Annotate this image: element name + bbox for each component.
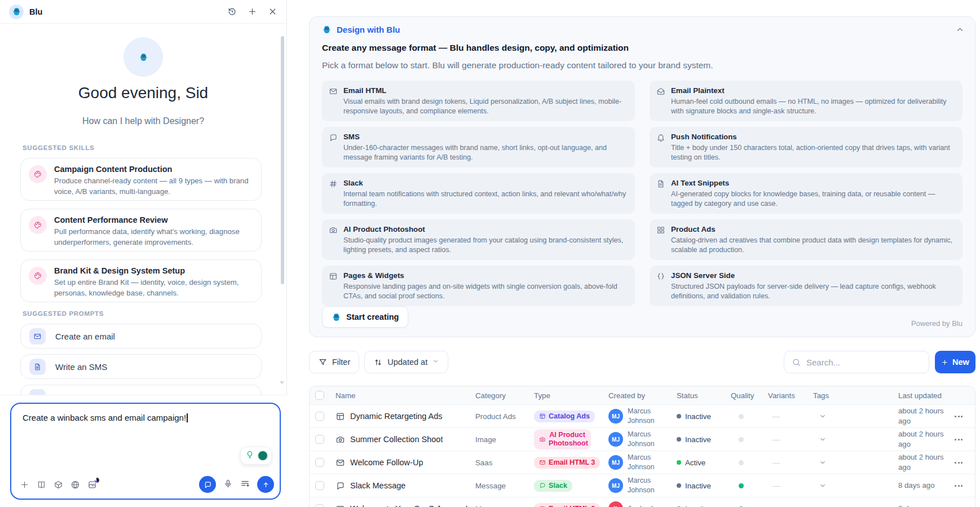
column-type[interactable]: Type: [534, 391, 608, 400]
scrollbar-thumb[interactable]: [281, 36, 284, 284]
sort-arrows-icon: [373, 358, 383, 367]
type-badge[interactable]: Slack: [534, 480, 572, 492]
table-row[interactable]: Welcome to Your SaaS Journey! Message Em…: [310, 497, 975, 507]
row-checkbox[interactable]: [315, 412, 324, 421]
format-tile-slack[interactable]: Slack Internal team notifications with s…: [322, 173, 635, 214]
send-button[interactable]: [257, 476, 274, 493]
media-button[interactable]: [87, 480, 97, 490]
knowledge-button[interactable]: [37, 480, 46, 490]
table-row[interactable]: Welcome Follow-Up Saas Email HTML 3 MJMa…: [310, 451, 975, 474]
powered-by-label: Powered by Blu: [911, 319, 963, 328]
format-tile-ai-text-snippets[interactable]: AI Text Snippets AI-generated copy block…: [650, 173, 963, 214]
status-dot: [677, 483, 681, 488]
collapse-button[interactable]: [955, 25, 965, 37]
format-tile-ai-product-photoshoot[interactable]: AI Product Photoshoot Studio-quality pro…: [322, 219, 635, 260]
type-badge[interactable]: Catalog Ads: [534, 411, 595, 422]
prompt-card-partial[interactable]: [20, 385, 262, 395]
chevron-down-icon: [432, 358, 439, 367]
row-name[interactable]: Dynamic Retargeting Ads: [350, 412, 443, 421]
skill-card-brand-kit[interactable]: Brand Kit & Design System Setup Set up e…: [20, 259, 262, 302]
products-button[interactable]: [54, 480, 63, 490]
tags-expander[interactable]: [813, 435, 898, 443]
history-button[interactable]: [227, 7, 237, 16]
filter-button[interactable]: Filter: [309, 351, 359, 373]
column-status[interactable]: Status: [677, 391, 731, 400]
select-all-checkbox[interactable]: [315, 391, 324, 400]
web-button[interactable]: [70, 480, 80, 490]
format-tile-email-html[interactable]: Email HTML Visual emails with brand desi…: [322, 81, 635, 121]
row-name[interactable]: Welcome Follow-Up: [350, 458, 423, 467]
skill-card-performance-review[interactable]: Content Performance Review Pull performa…: [20, 209, 262, 252]
format-tile-pages-widgets[interactable]: Pages & Widgets Responsive landing pages…: [322, 266, 635, 306]
format-tile-product-ads[interactable]: Product Ads Catalog-driven ad creatives …: [650, 219, 963, 260]
format-tile-json-server-side[interactable]: JSON Server Side Structured JSON payload…: [650, 266, 963, 306]
table-header: Name Category Type Created by Status Qua…: [310, 386, 975, 404]
search-input[interactable]: [806, 358, 921, 367]
composer-box[interactable]: Create a winback sms and email campaign!: [10, 403, 281, 500]
close-button[interactable]: [268, 7, 277, 16]
email-icon: [329, 87, 338, 116]
row-name[interactable]: Welcome to Your SaaS Journey!: [350, 504, 468, 507]
last-updated: 8 days ago: [898, 504, 953, 507]
skill-card-campaign-content[interactable]: Campaign Content Production Produce chan…: [20, 158, 262, 201]
row-checkbox[interactable]: [315, 481, 324, 490]
row-category: Image: [475, 435, 534, 444]
last-updated: 8 days ago: [898, 480, 953, 491]
row-name[interactable]: Slack Message: [350, 481, 405, 490]
chat-bubble-icon: [539, 482, 546, 489]
table-row[interactable]: Slack Message Message Slack MJMarcus Joh…: [310, 474, 975, 497]
prompt-write-sms[interactable]: Write an SMS: [20, 354, 262, 379]
suggestion-pill[interactable]: [240, 447, 272, 465]
more-button[interactable]: [953, 413, 975, 420]
prompt-create-email[interactable]: Create an email: [20, 324, 262, 349]
column-tags[interactable]: Tags: [813, 391, 898, 400]
search-box[interactable]: [784, 351, 929, 373]
chat-panel-header: Blu: [0, 0, 286, 24]
more-button[interactable]: [953, 460, 975, 466]
tags-expander[interactable]: [813, 412, 898, 420]
column-quality[interactable]: Quality: [731, 391, 768, 400]
column-name[interactable]: Name: [336, 391, 475, 400]
voice-button[interactable]: [223, 479, 233, 491]
design-headline: Create any message format — Blu handles …: [322, 43, 963, 53]
app-window: Blu Good evening, Sid How can I help wit…: [0, 0, 980, 507]
robot-icon: [322, 25, 332, 34]
tags-expander[interactable]: [813, 458, 898, 466]
row-checkbox[interactable]: [315, 435, 324, 444]
composer-input[interactable]: Create a winback sms and email campaign!: [11, 404, 280, 431]
row-checkbox[interactable]: [315, 504, 324, 507]
globe-icon: [70, 480, 80, 490]
tags-expander[interactable]: [813, 505, 898, 507]
variants-value: —: [768, 505, 813, 507]
type-badge[interactable]: AI Product Photoshoot: [534, 429, 591, 449]
row-checkbox[interactable]: [315, 458, 324, 467]
arrow-up-icon: [262, 480, 270, 489]
more-button[interactable]: [953, 437, 975, 443]
format-tile-sms[interactable]: SMS Under-160-character messages with br…: [322, 127, 635, 167]
table-row[interactable]: Summer Collection Shoot Image AI Product…: [310, 427, 975, 451]
text-caret: [187, 413, 188, 422]
format-tile-email-plaintext[interactable]: Email Plaintext Human-feel cold outbound…: [650, 81, 963, 121]
queue-button[interactable]: [240, 479, 250, 491]
chat-mode-button[interactable]: [199, 476, 216, 493]
column-variants[interactable]: Variants: [768, 391, 813, 400]
format-tile-push-notifications[interactable]: Push Notifications Title + body under 15…: [650, 127, 963, 167]
document-icon: [29, 359, 46, 375]
type-badge[interactable]: Email HTML 3: [534, 457, 600, 469]
column-created-by[interactable]: Created by: [608, 391, 677, 400]
new-chat-button[interactable]: [248, 7, 257, 16]
new-button[interactable]: New: [935, 351, 975, 373]
tags-expander[interactable]: [813, 482, 898, 490]
email-icon: [29, 328, 46, 345]
plus-icon: [20, 480, 29, 490]
sort-button[interactable]: Updated at: [364, 351, 448, 373]
start-creating-button[interactable]: Start creating: [322, 306, 408, 328]
column-last-updated[interactable]: Last updated: [898, 391, 953, 400]
table-row[interactable]: Dynamic Retargeting Ads Product Ads Cata…: [310, 404, 975, 427]
column-category[interactable]: Category: [475, 391, 534, 400]
row-name[interactable]: Summer Collection Shoot: [350, 435, 443, 444]
more-button[interactable]: [953, 483, 975, 489]
row-category: Message: [475, 482, 534, 490]
attach-button[interactable]: [20, 480, 29, 490]
type-badge[interactable]: Email HTML 3: [534, 503, 600, 507]
